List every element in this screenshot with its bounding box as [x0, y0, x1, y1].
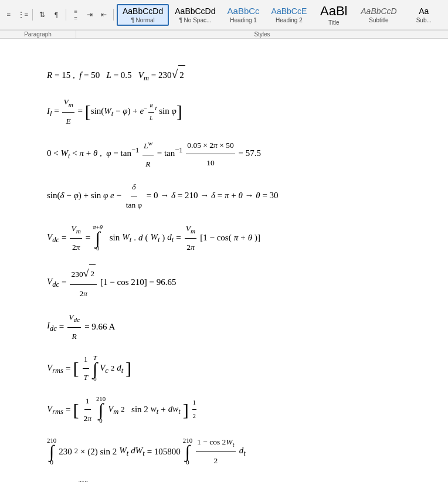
equation-8: Vrms = [ 1 T T ∫ 0 Vc2 dt ] — [47, 351, 413, 386]
style-nospace-label: ¶ No Spac... — [179, 17, 211, 23]
style-subtitle-label: Subtitle — [369, 17, 388, 23]
equation-2: Il = Vm E = [sin(Wt − φ) + e−RLt sin φ] — [47, 93, 413, 130]
style-sub2-preview: Aa — [419, 6, 429, 16]
style-subtitle[interactable]: AaBbCcD Subtitle — [355, 4, 402, 26]
indent-more-icon[interactable]: ⇥ — [83, 8, 96, 21]
styles-section-label: Styles — [76, 30, 448, 38]
style-title-label: Title — [328, 19, 340, 26]
document-content: R = 15 , f = 50 L = 0.5 Vm = 230√2 Il = … — [0, 39, 448, 482]
indent-less-icon[interactable]: ⇤ — [97, 8, 110, 21]
style-sub2[interactable]: Aa Sub... — [403, 4, 445, 26]
style-normal[interactable]: AaBbCcDd ¶ Normal — [117, 4, 169, 26]
list-icon[interactable]: ≡ — [2, 8, 15, 21]
paragraph-section-label: Paragraph — [0, 30, 76, 38]
style-heading2-preview: AaBbCcE — [271, 6, 307, 16]
separator2 — [66, 9, 66, 21]
style-nospace[interactable]: AaBbCcDd ¶ No Spac... — [169, 4, 221, 26]
style-heading1[interactable]: AaBbCc Heading 1 — [222, 4, 266, 26]
style-sub2-label: Sub... — [416, 17, 432, 23]
equation-6: Vdc = 230√2 2π [1 − cos 210] = 96.65 — [47, 262, 413, 303]
equation-11: = 52900 210 ∫ 0 (1 − cos 2Wt)dt = 52900 … — [47, 476, 413, 482]
style-normal-preview: AaBbCcDd — [123, 6, 163, 16]
indent-icon[interactable]: ⋮≡ — [16, 8, 29, 21]
pilcrow-icon[interactable]: ¶ — [50, 8, 63, 21]
style-subtitle-preview: AaBbCcD — [361, 6, 396, 16]
equation-10: 210 ∫ 0 2302 × (2) sin 2Wt dWt = 105800 … — [47, 433, 413, 470]
styles-row: AaBbCcDd ¶ Normal AaBbCcDd ¶ No Spac... … — [117, 1, 445, 28]
equation-5: Vdc = Vm 2π = π+θ ∫ 0 sin Wt . d(Wt)dt =… — [47, 220, 413, 256]
separator1 — [32, 9, 33, 21]
style-nospace-preview: AaBbCcDd — [175, 6, 215, 16]
style-heading2-label: Heading 2 — [276, 17, 303, 23]
equation-3: 0 < Wt < π + θ , φ = tan−1 Lw R = tan−1 … — [47, 135, 413, 172]
equation-1: R = 15 , f = 50 L = 0.5 Vm = 230√2 — [47, 62, 413, 87]
equation-7: Idc = Vdc R = 9.66 A — [47, 308, 413, 345]
toolbar-paragraph-row: ≡ ⋮≡ ⇅ ¶ ≡≡ ⇥ ⇤ AaBbCcDd ¶ Normal AaBbCc… — [0, 0, 448, 30]
style-heading1-label: Heading 1 — [230, 17, 257, 23]
style-title-preview: AaBl — [320, 4, 347, 19]
style-heading2[interactable]: AaBbCcE Heading 2 — [266, 4, 313, 26]
separator3 — [113, 9, 114, 21]
style-normal-label: ¶ Normal — [131, 17, 154, 23]
style-heading1-preview: AaBbCc — [228, 6, 260, 16]
style-title[interactable]: AaBl Title — [313, 1, 355, 28]
toolbar: ≡ ⋮≡ ⇅ ¶ ≡≡ ⇥ ⇤ AaBbCcDd ¶ Normal AaBbCc… — [0, 0, 448, 39]
align-left-icon[interactable]: ≡≡ — [69, 8, 82, 21]
equation-4: sin(δ − φ) + sin φ e − δ tan φ = 0 → δ =… — [47, 178, 413, 213]
equation-9: Vrms = [ 1 2π 210 ∫ 0 Vm2 sin 2 wt + dwt… — [47, 392, 413, 427]
sort-icon[interactable]: ⇅ — [36, 8, 49, 21]
